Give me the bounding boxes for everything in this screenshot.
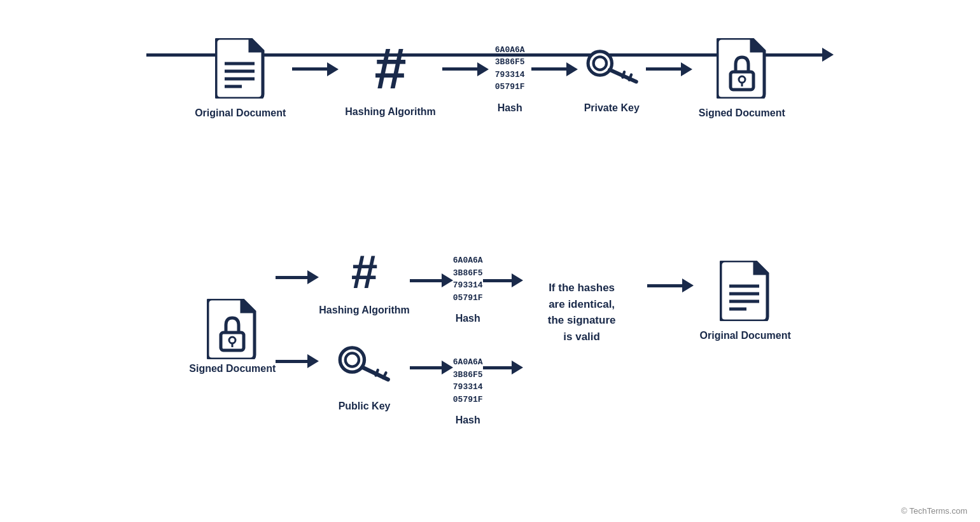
- verdict-arrow-bottom-line: [483, 366, 512, 369]
- hash-bottom-2-label: Hash: [456, 415, 480, 426]
- result-doc-icon: [720, 261, 771, 321]
- svg-point-10: [739, 76, 745, 83]
- hash-top-label: Hash: [498, 102, 522, 114]
- diagram-container: Original Document # Hashing Algorithm 6A…: [0, 0, 980, 522]
- hash-symbol-bottom: #: [351, 248, 378, 296]
- arrow-line-4: [646, 67, 681, 71]
- signed-doc-bottom-label: Signed Document: [189, 363, 276, 374]
- arrow-line-3: [531, 67, 566, 71]
- mid-arrows: [410, 273, 453, 374]
- hash-nodes: 6A0A6A 3B86F5 793314 05791F Hash 6A0A6A …: [453, 254, 483, 426]
- node-hash-top: 6A0A6A 3B86F5 793314 05791F Hash: [495, 44, 525, 114]
- hashing-algo-top-label: Hashing Algorithm: [345, 106, 436, 118]
- branch-arrow-top-head: [307, 270, 319, 284]
- bottom-section: Signed Document # Hashing Algorithm: [0, 248, 980, 426]
- private-key-icon: [585, 43, 639, 93]
- signed-doc-top-label: Signed Document: [699, 107, 785, 119]
- svg-line-18: [376, 370, 378, 376]
- signed-doc-top-icon: [717, 38, 767, 99]
- private-key-label: Private Key: [584, 102, 640, 114]
- original-doc-label: Original Document: [195, 107, 286, 119]
- svg-point-13: [229, 337, 235, 343]
- node-hashing-algo-top: # Hashing Algorithm: [345, 40, 436, 118]
- branch-arrow-bottom-head: [307, 354, 319, 368]
- public-key-label: Public Key: [339, 401, 391, 412]
- mid-arrow-bottom-line: [410, 366, 442, 369]
- arrow-head-2: [477, 62, 489, 76]
- result-doc-label: Original Document: [700, 330, 791, 341]
- top-row: Original Document # Hashing Algorithm 6A…: [0, 38, 980, 119]
- arrow-2: [442, 62, 489, 76]
- arrow-line-2: [442, 67, 477, 71]
- arrow-1: [292, 62, 339, 76]
- public-key-icon: [337, 341, 391, 392]
- arrow-head-1: [327, 62, 339, 76]
- result-arrow-line: [647, 284, 682, 287]
- node-result-doc: Original Document: [700, 261, 791, 341]
- mid-arrow-bottom: [410, 361, 453, 374]
- node-signed-doc-top: Signed Document: [699, 38, 785, 119]
- hashing-algo-bottom-label: Hashing Algorithm: [319, 305, 410, 316]
- verdict-arrow-top-line: [483, 279, 512, 282]
- verdict-container: If the hashesare identical,the signature…: [523, 280, 641, 345]
- hash-text-bottom-1: 6A0A6A 3B86F5 793314 05791F: [453, 254, 483, 304]
- arrow-3: [531, 62, 578, 76]
- branch-arrow-top: [276, 270, 319, 284]
- result-arrow: [647, 278, 694, 292]
- watermark: © TechTerms.com: [901, 506, 967, 516]
- node-hash-bottom-2: 6A0A6A 3B86F5 793314 05791F Hash: [453, 356, 483, 426]
- hash-text-top: 6A0A6A 3B86F5 793314 05791F: [495, 44, 525, 93]
- hash-bottom-1-label: Hash: [456, 313, 480, 324]
- branch-arrows: [276, 270, 319, 368]
- node-signed-doc-bottom: Signed Document: [189, 299, 276, 374]
- verdict-arrow-bottom-head: [512, 361, 523, 374]
- svg-point-16: [346, 353, 359, 366]
- result-arrow-head: [682, 278, 694, 292]
- branch-arrow-bottom-line: [276, 360, 307, 363]
- mid-nodes: # Hashing Algorithm Public Key: [319, 248, 410, 412]
- arrow-head-4: [681, 62, 692, 76]
- hash-symbol-top: #: [375, 40, 407, 97]
- node-private-key: Private Key: [584, 43, 640, 114]
- mid-arrow-top: [410, 273, 453, 287]
- verdict-arrow-top: [483, 273, 523, 287]
- verdict-text: If the hashesare identical,the signature…: [523, 280, 641, 345]
- arrow-line-1: [292, 67, 327, 71]
- node-public-key: Public Key: [337, 341, 391, 412]
- original-doc-icon: [215, 38, 266, 99]
- hash-text-bottom-2: 6A0A6A 3B86F5 793314 05791F: [453, 356, 483, 406]
- svg-line-7: [622, 72, 624, 78]
- node-hashing-algo-bottom: # Hashing Algorithm: [319, 248, 410, 316]
- verdict-arrow-bottom: [483, 361, 523, 374]
- node-original-doc: Original Document: [195, 38, 286, 119]
- signed-doc-bottom-icon: [207, 299, 258, 359]
- branch-arrow-top-line: [276, 276, 307, 279]
- branch-arrow-bottom: [276, 354, 319, 368]
- svg-point-5: [593, 57, 606, 69]
- mid-arrow-top-line: [410, 279, 442, 282]
- arrow-head-3: [566, 62, 578, 76]
- mid-arrow-bottom-head: [442, 361, 453, 374]
- node-hash-bottom-1: 6A0A6A 3B86F5 793314 05791F Hash: [453, 254, 483, 324]
- mid-arrow-top-head: [442, 273, 453, 287]
- verdict-arrow-top-head: [512, 273, 523, 287]
- verdict-arrows: [483, 273, 523, 374]
- arrow-4: [646, 62, 692, 76]
